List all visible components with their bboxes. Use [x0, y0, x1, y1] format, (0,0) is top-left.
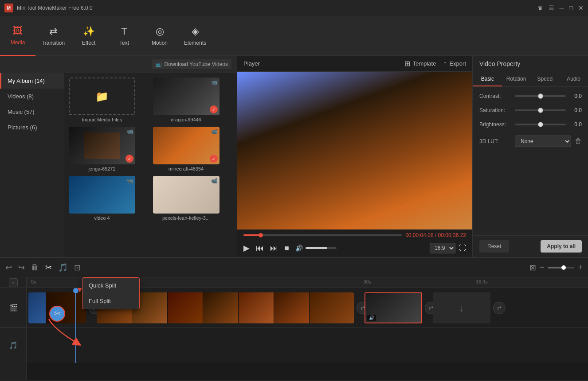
ruler-mark-0s: 0s [31, 279, 36, 284]
cam-icon: 📹 [127, 178, 133, 184]
player-title: Player [243, 60, 260, 67]
pexels-card[interactable]: 📹 pexels-leah-kelley-3... [153, 176, 233, 221]
close-icon[interactable]: ✕ [578, 4, 584, 12]
crop-btn[interactable]: ⊡ [74, 263, 81, 272]
dragon-card[interactable]: 📹 ✓ dragon-99446 [153, 78, 233, 122]
fit-btn[interactable]: ⊠ [529, 263, 536, 272]
brightness-slider[interactable] [515, 124, 566, 125]
elements-icon: ◈ [192, 26, 199, 37]
lut-delete-btn[interactable]: 🗑 [575, 137, 582, 145]
app-title: MiniTool MovieMaker Free 6.0.0 [17, 5, 93, 11]
ruler-mark-30s: 30s [364, 279, 372, 284]
cam-icon: 📹 [211, 79, 218, 86]
cut-btn[interactable]: ✂ [45, 263, 52, 272]
check-badge: ✓ [210, 105, 218, 113]
contrast-row: Contrast: 0.0 [479, 93, 582, 99]
nav-text-label: Text [119, 40, 129, 46]
cam-icon: 📹 [211, 178, 218, 184]
volume-icon[interactable]: 🔊 [295, 245, 303, 252]
apply-all-btn[interactable]: Apply to all [541, 240, 582, 253]
left-panel: 📺 Download YouTube Videos My Album (14) … [0, 56, 237, 257]
zoom-slider[interactable] [548, 267, 574, 268]
crown-icon[interactable]: ♛ [537, 4, 543, 12]
player-header: Player ⊞ Template ↑ Export [237, 56, 472, 72]
zoom-out-btn[interactable]: − [540, 263, 545, 272]
time-display: 00:00:04.08 / 00:00:36.22 [405, 232, 466, 238]
next-btn[interactable]: ⏭ [270, 244, 278, 253]
audio-track-row [27, 328, 588, 363]
volume-slider[interactable] [306, 247, 337, 249]
video-track-icon: 🎬 [0, 288, 26, 328]
nav-transition[interactable]: ⇄ Transition [35, 16, 71, 56]
media-grid: 📁 Import Media Files 📹 ✓ dragon-99446 [64, 73, 237, 257]
transition-btn-4[interactable]: ⇄ [493, 302, 506, 314]
audio-btn[interactable]: 🎵 [58, 263, 68, 272]
motion-icon: ◎ [156, 26, 164, 37]
tab-rotation[interactable]: Rotation [502, 72, 531, 86]
redo-btn[interactable]: ↪ [18, 263, 25, 272]
sidebar-item-music[interactable]: Music (57) [0, 104, 64, 120]
jenga-label: jenga-65272 [69, 166, 135, 171]
play-btn[interactable]: ▶ [243, 243, 250, 253]
quick-split-item[interactable]: Quick Split [82, 278, 139, 293]
nav-elements[interactable]: ◈ Elements [177, 16, 213, 56]
minimize-icon[interactable]: ─ [560, 4, 564, 12]
aspect-ratio-select[interactable]: 16:9 9:16 1:1 [430, 243, 455, 253]
template-btn[interactable]: ⊞ Template [404, 59, 436, 68]
ruler-mark-36s: 36.9s [476, 279, 488, 284]
download-youtube-btn[interactable]: 📺 Download YouTube Videos [152, 59, 231, 69]
nav-elements-label: Elements [184, 40, 206, 46]
import-label: Import Media Files [69, 117, 135, 122]
undo-btn[interactable]: ↩ [5, 263, 12, 272]
full-split-item[interactable]: Full Split [82, 293, 139, 309]
template-icon: ⊞ [404, 59, 410, 68]
add-track-btn[interactable]: + [9, 278, 18, 287]
tab-speed[interactable]: Speed [531, 72, 560, 86]
transition-icon: ⇄ [49, 26, 57, 37]
export-icon: ↑ [443, 60, 447, 68]
nav-motion[interactable]: ◎ Motion [142, 16, 177, 56]
tab-audio[interactable]: Audio [559, 72, 588, 86]
app-logo: M [4, 4, 13, 12]
saturation-row: Saturation: 0.0 [479, 107, 582, 113]
delete-btn[interactable]: 🗑 [31, 263, 39, 272]
import-card[interactable]: 📁 Import Media Files [69, 78, 149, 122]
tab-basic[interactable]: Basic [473, 72, 502, 86]
brightness-row: Brightness: 0.0 [479, 121, 582, 128]
menu-icon[interactable]: ☰ [549, 4, 554, 12]
fullscreen-btn[interactable]: ⛶ [459, 244, 466, 252]
saturation-slider[interactable] [515, 109, 566, 111]
lut-row: 3D LUT: None 🗑 [479, 136, 582, 147]
nav-media[interactable]: 🖼 Media [0, 16, 35, 56]
video-property-title: Video Property [479, 60, 520, 67]
sidebar-item-pictures[interactable]: Pictures (6) [0, 120, 64, 135]
download-label: Download YouTube Videos [165, 61, 228, 67]
prev-btn[interactable]: ⏮ [256, 244, 264, 253]
titlebar: M MiniTool MovieMaker Free 6.0.0 ♛ ☰ ─ □… [0, 0, 588, 16]
stop-btn[interactable]: ■ [284, 244, 289, 253]
dragon-label: dragon-99446 [153, 117, 220, 122]
playhead [75, 288, 76, 363]
progress-bar[interactable] [243, 234, 402, 236]
contrast-slider[interactable] [515, 95, 566, 97]
sidebar-item-album[interactable]: My Album (14) [0, 73, 64, 89]
text-icon: T [121, 26, 127, 37]
nav-motion-label: Motion [152, 40, 168, 46]
nav-effect[interactable]: ✨ Effect [71, 16, 106, 56]
check-badge: ✓ [210, 155, 218, 163]
zoom-in-btn[interactable]: + [578, 263, 583, 272]
maximize-icon[interactable]: □ [569, 4, 573, 12]
jenga-card[interactable]: 📹 ✓ jenga-65272 [69, 127, 149, 171]
timeline-toolbar: ↩ ↪ 🗑 ✂ 🎵 ⊡ ⊠ − + [0, 258, 588, 277]
lut-select[interactable]: None [515, 136, 571, 147]
timeline: ↩ ↪ 🗑 ✂ 🎵 ⊡ ⊠ − + Quick Split Full Split [0, 257, 588, 381]
top-nav: 🖼 Media ⇄ Transition ✨ Effect T Text ◎ M… [0, 16, 588, 56]
nav-effect-label: Effect [82, 40, 95, 46]
nav-text[interactable]: T Text [106, 16, 142, 56]
export-btn[interactable]: ↑ Export [443, 60, 466, 68]
reset-btn[interactable]: Reset [479, 240, 509, 253]
video-preview [237, 72, 472, 229]
video4-card[interactable]: 📹 video 4 [69, 176, 149, 221]
minecraft-card[interactable]: 📹 ✓ minecraft-48354 [153, 127, 233, 171]
sidebar-item-videos[interactable]: Videos (8) [0, 89, 64, 104]
